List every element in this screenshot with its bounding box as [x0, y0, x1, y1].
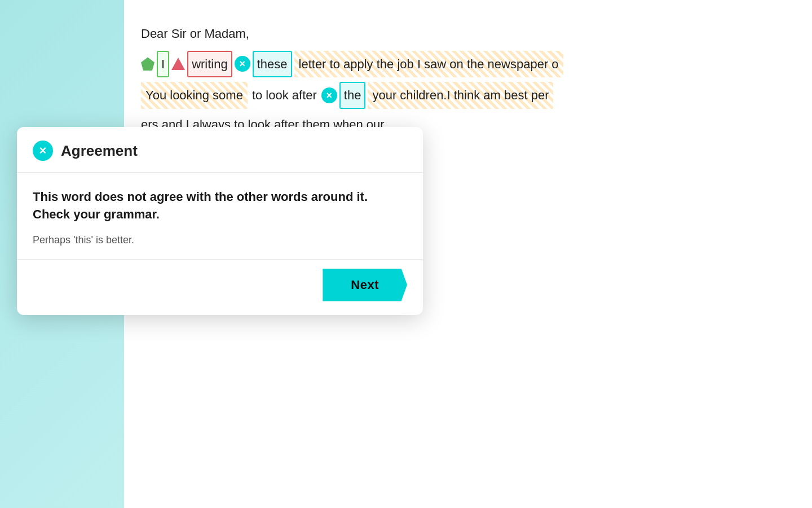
- popup-header-icon: ×: [33, 141, 53, 161]
- line2-mid: to look after: [250, 84, 319, 107]
- line2-end: your children.I think am best per: [368, 82, 553, 109]
- x-circle-icon-2[interactable]: ×: [321, 87, 337, 103]
- popup-main-text: This word does not agree with the other …: [33, 189, 407, 224]
- doc-line-2: You looking some to look after × the you…: [141, 82, 795, 109]
- greeting-text: Dear Sir or Madam,: [141, 23, 795, 45]
- popup-header: × Agreement: [17, 127, 423, 173]
- popup-footer: Next: [17, 259, 423, 315]
- word-these: these: [257, 53, 288, 76]
- word-the: the: [344, 84, 361, 107]
- word-i: I: [161, 53, 165, 76]
- popup-x-mark: ×: [39, 143, 47, 158]
- agreement-popup: × Agreement This word does not agree wit…: [17, 127, 423, 315]
- x-mark-2: ×: [326, 86, 333, 104]
- x-circle-icon-1[interactable]: ×: [235, 56, 250, 72]
- doc-line-1: I writing × these letter to apply the jo…: [141, 51, 795, 78]
- word-writing: writing: [192, 53, 228, 76]
- line2-start: You looking some: [141, 82, 248, 109]
- word-i-box[interactable]: I: [157, 51, 169, 78]
- x-mark-1: ×: [239, 55, 245, 73]
- pentagon-green-icon-1: [141, 57, 155, 71]
- line1-rest: letter to apply the job I saw on the new…: [294, 51, 563, 78]
- popup-body: This word does not agree with the other …: [17, 173, 423, 259]
- triangle-pink-icon-1: [171, 58, 185, 70]
- next-button[interactable]: Next: [323, 269, 407, 301]
- word-writing-box[interactable]: writing: [187, 51, 232, 78]
- popup-title: Agreement: [61, 142, 138, 160]
- popup-arrow: [316, 127, 341, 128]
- popup-sub-text: Perhaps 'this' is better.: [33, 233, 407, 248]
- word-the-box[interactable]: the: [339, 82, 366, 109]
- word-these-box[interactable]: these: [253, 51, 292, 78]
